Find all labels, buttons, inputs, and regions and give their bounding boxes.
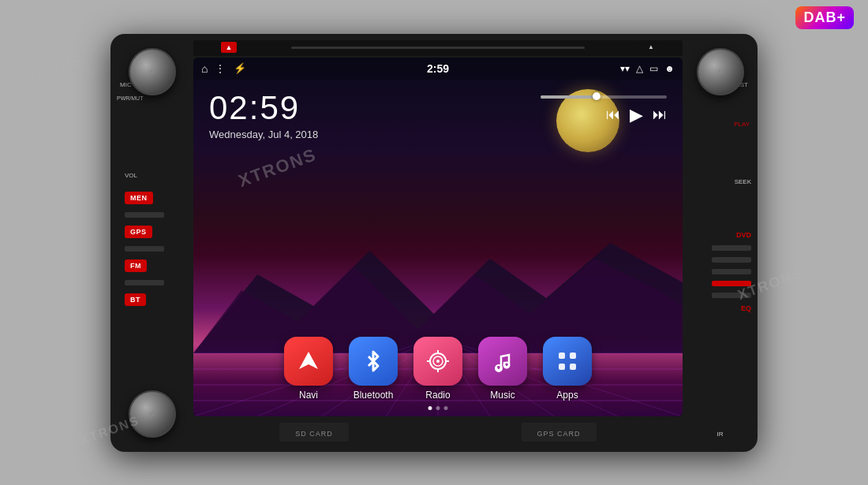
page-dot-1[interactable]	[428, 406, 432, 410]
eject-button-top[interactable]: ▲	[221, 42, 237, 53]
gps-button[interactable]: GPS	[125, 226, 152, 238]
svg-rect-25	[559, 353, 565, 359]
apps-icon	[543, 337, 592, 386]
eq-label: EQ	[741, 304, 751, 312]
app-item-apps[interactable]: Apps	[543, 337, 592, 401]
left-side-buttons: MEN GPS FM BT	[125, 192, 164, 306]
clock-date: Wednesday, Jul 4, 2018	[209, 129, 318, 140]
cd-slot	[193, 40, 683, 56]
pwr-knob[interactable]	[129, 48, 176, 95]
wifi-icon: ▾▾	[620, 63, 630, 74]
player-controls: ⏮ ▶ ⏭	[606, 105, 667, 125]
music-player: ⏮ ▶ ⏭	[541, 95, 667, 125]
bluetooth-label: Bluetooth	[354, 390, 394, 401]
svg-marker-15	[299, 352, 318, 369]
play-knob[interactable]	[697, 48, 744, 95]
clock-area: 02:59 Wednesday, Jul 4, 2018	[209, 89, 318, 140]
right-panel: DVD EQ IR	[683, 34, 758, 452]
home-icon[interactable]: ⌂	[201, 62, 208, 75]
dvd-line-3	[712, 269, 751, 274]
triangle-icon: △	[636, 63, 643, 74]
bluetooth-icon	[349, 337, 398, 386]
fm-line	[125, 280, 164, 285]
cd-slot-line	[291, 47, 585, 49]
menu-icon[interactable]: ⋮	[215, 63, 226, 74]
fast-forward-button[interactable]: ⏭	[653, 106, 667, 123]
navi-label: Navi	[299, 390, 318, 401]
mountains-decoration	[193, 211, 683, 353]
dvd-line-4	[712, 281, 751, 286]
men-button[interactable]: MEN	[125, 192, 153, 204]
radio-icon	[413, 337, 462, 386]
apps-label: Apps	[556, 390, 578, 401]
ir-label: IR	[717, 431, 724, 438]
rect-icon: ▭	[649, 63, 658, 74]
svg-rect-26	[570, 353, 576, 359]
progress-bar-wrap[interactable]	[541, 95, 667, 99]
page-dot-3[interactable]	[444, 406, 448, 410]
watermark-1: XTRONS	[15, 52, 85, 91]
page-dot-2[interactable]	[436, 406, 440, 410]
progress-bar-fill	[541, 95, 597, 99]
page-dots	[428, 406, 448, 410]
status-left: ⌂ ⋮ ⚡	[201, 62, 246, 75]
svg-rect-27	[559, 364, 565, 370]
music-label: Music	[490, 390, 514, 401]
radio-label: Radio	[425, 390, 450, 401]
usb-icon: ⚡	[234, 62, 246, 74]
device-frame: MIC PWR/MUT VOL MEN GPS FM BT ▲ ▲ RST PL…	[110, 34, 758, 452]
dvd-line-5	[712, 293, 751, 298]
play-button[interactable]: ▶	[630, 105, 643, 125]
music-icon	[478, 337, 527, 386]
app-item-radio[interactable]: Radio	[413, 337, 462, 401]
status-right: ▾▾ △ ▭ ☻	[620, 63, 675, 74]
svg-point-18	[436, 360, 440, 363]
left-panel: MEN GPS FM BT	[110, 34, 193, 452]
gps-line	[125, 246, 164, 252]
android-screen: ⌂ ⋮ ⚡ 2:59 ▾▾ △ ▭ ☻ 02:59 Wednesday, Jul…	[193, 58, 683, 416]
bottom-slots: SD CARD GPS CARD	[193, 420, 683, 444]
eject-button-top-right[interactable]: ▲	[639, 42, 663, 53]
gps-card-slot[interactable]: GPS CARD	[522, 423, 597, 442]
dab-badge-label: DAB+	[795, 6, 854, 29]
sd-card-slot[interactable]: SD CARD	[279, 423, 349, 442]
gps-card-label: GPS CARD	[537, 430, 581, 438]
men-line	[125, 212, 164, 218]
status-time: 2:59	[427, 62, 449, 75]
svg-rect-28	[570, 364, 576, 370]
sd-card-label: SD CARD	[295, 430, 333, 438]
dvd-line-1	[712, 245, 751, 251]
android-icon: ☻	[664, 63, 675, 74]
status-bar: ⌂ ⋮ ⚡ 2:59 ▾▾ △ ▭ ☻	[193, 58, 683, 80]
bt-button[interactable]: BT	[125, 293, 146, 306]
clock-time: 02:59	[209, 89, 318, 127]
rewind-button[interactable]: ⏮	[606, 106, 620, 123]
fm-button[interactable]: FM	[125, 259, 147, 272]
vol-knob[interactable]	[129, 390, 176, 438]
dvd-line-2	[712, 257, 751, 263]
app-item-navi[interactable]: Navi	[284, 337, 333, 401]
navi-icon	[284, 337, 333, 386]
app-item-music[interactable]: Music	[478, 337, 527, 401]
screen-wrapper: ⌂ ⋮ ⚡ 2:59 ▾▾ △ ▭ ☻ 02:59 Wednesday, Jul…	[193, 58, 683, 416]
app-item-bluetooth[interactable]: Bluetooth	[349, 337, 398, 401]
right-side-buttons: DVD EQ	[712, 231, 751, 312]
app-grid: Navi Bluetooth	[193, 337, 683, 401]
dvd-label: DVD	[736, 231, 751, 239]
dab-badge: DAB+	[795, 6, 854, 29]
